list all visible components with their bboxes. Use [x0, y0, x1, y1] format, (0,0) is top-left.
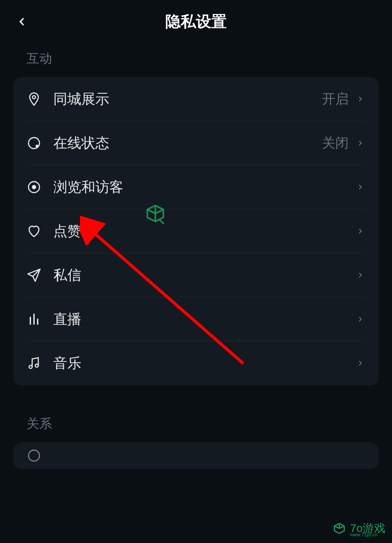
svg-point-2	[36, 144, 39, 147]
chevron-right-icon	[355, 225, 365, 237]
row-same-city[interactable]: 同城展示 开启	[27, 77, 365, 121]
header: 隐私设置	[0, 0, 392, 43]
row-browse-visitors[interactable]: 浏览和访客	[27, 165, 365, 209]
back-button[interactable]	[13, 13, 30, 30]
status-icon	[27, 136, 53, 150]
row-value: 关闭	[322, 134, 349, 152]
chevron-right-icon	[355, 181, 365, 193]
chevron-right-icon	[355, 269, 365, 281]
svg-point-11	[29, 450, 40, 461]
svg-point-4	[32, 185, 36, 189]
section-label-relations: 关系	[0, 409, 392, 442]
chevron-right-icon	[355, 93, 365, 105]
send-icon	[27, 268, 53, 283]
row-value: 开启	[322, 90, 349, 108]
row-label: 浏览和访客	[53, 178, 355, 196]
row-messages[interactable]: 私信	[27, 253, 365, 297]
row-label: 音乐	[53, 354, 355, 373]
row-live[interactable]: 直播	[27, 297, 365, 341]
svg-point-9	[29, 365, 32, 368]
row-music[interactable]: 音乐	[27, 341, 365, 385]
chevron-left-icon	[16, 14, 28, 29]
row-label: 私信	[53, 266, 355, 285]
svg-point-10	[35, 364, 38, 367]
watermark-text: 7o游戏	[350, 522, 385, 534]
watermark-logo-icon	[332, 522, 347, 537]
chevron-right-icon	[355, 314, 365, 325]
bars-icon	[27, 312, 53, 327]
row-label: 直播	[53, 310, 355, 329]
page-title: 隐私设置	[165, 11, 227, 32]
row-likes[interactable]: 点赞	[27, 209, 365, 253]
eye-icon	[27, 180, 53, 194]
chevron-right-icon	[355, 137, 365, 149]
chevron-right-icon	[355, 358, 365, 369]
row-online-status[interactable]: 在线状态 关闭	[27, 121, 365, 165]
relations-card	[13, 442, 379, 469]
row-label: 点赞	[53, 222, 355, 240]
watermark-bottom-right: 7o游戏 www.71yx.cn	[332, 522, 385, 537]
row-label: 同城展示	[53, 90, 322, 108]
watermark-sub: www.71yx.cn	[350, 532, 385, 537]
location-icon	[27, 92, 53, 106]
interaction-card: 同城展示 开启 在线状态 关闭 浏览和访客	[13, 77, 379, 385]
section-label-interaction: 互动	[0, 43, 392, 77]
row-label: 在线状态	[53, 134, 322, 152]
svg-point-0	[32, 95, 35, 98]
lock-icon	[27, 448, 53, 463]
heart-icon	[27, 224, 53, 238]
row-relations-partial[interactable]	[27, 442, 365, 469]
music-icon	[27, 356, 53, 371]
